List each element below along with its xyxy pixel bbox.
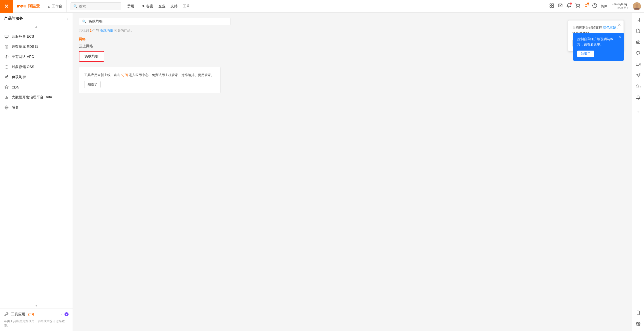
service-icon[interactable] bbox=[549, 3, 554, 9]
svg-point-8 bbox=[576, 7, 577, 8]
dark-highlight[interactable]: 暗色主题 bbox=[603, 26, 616, 29]
sidebar-expand-arrow[interactable]: › bbox=[67, 17, 69, 21]
close-button[interactable]: ✕ bbox=[0, 0, 13, 13]
ecs-label: 云服务器 ECS bbox=[12, 34, 34, 39]
svg-point-20 bbox=[635, 4, 638, 7]
sidebar-item-ecs[interactable]: 云服务器 ECS bbox=[0, 32, 73, 42]
svg-rect-47 bbox=[637, 311, 639, 315]
cart-icon[interactable] bbox=[575, 3, 580, 9]
svg-point-17 bbox=[592, 4, 597, 8]
bulb-icon[interactable] bbox=[584, 3, 589, 9]
blue-popup-close[interactable]: ✕ bbox=[618, 35, 621, 39]
toolapp-badge[interactable]: 订阅 bbox=[28, 312, 34, 317]
svg-marker-42 bbox=[639, 63, 640, 65]
vpc-icon bbox=[4, 54, 9, 59]
rs-divider-1 bbox=[635, 105, 641, 105]
cloud-network-title: 云上网络 bbox=[79, 44, 638, 49]
home-icon: ⌂ bbox=[48, 4, 50, 8]
svg-point-9 bbox=[579, 7, 579, 8]
search-box[interactable]: 🔍 bbox=[71, 2, 121, 10]
content-search-input[interactable] bbox=[89, 19, 227, 24]
rds-icon bbox=[4, 44, 9, 49]
cdn-label: CDN bbox=[12, 85, 19, 89]
bigdata-icon bbox=[4, 95, 9, 100]
result-keyword: 负载均衡 bbox=[100, 29, 113, 32]
content-search-icon: 🔍 bbox=[82, 19, 87, 24]
search-input[interactable] bbox=[79, 4, 112, 8]
tool-banner-btn[interactable]: 知道了 bbox=[84, 81, 101, 88]
link-enterprise[interactable]: 企业 bbox=[158, 4, 165, 9]
banner-link[interactable]: 订阅 bbox=[121, 73, 128, 77]
bigdata-label: 大数据开发治理平台 Data... bbox=[12, 95, 55, 100]
content-area: 🔍 共找到 1 个与 负载均衡 相关的产品。 网络 云上网络 负载均衡 工具应用… bbox=[73, 13, 644, 331]
rs-send-icon[interactable] bbox=[633, 70, 643, 80]
result-count: 1 bbox=[90, 29, 92, 32]
rs-toolbox-icon[interactable] bbox=[633, 26, 643, 36]
language-button[interactable]: 简体 bbox=[601, 4, 607, 9]
product-card-label: 负载均衡 bbox=[84, 54, 99, 58]
domain-icon bbox=[4, 105, 9, 110]
network-section: 网络 云上网络 负载均衡 bbox=[79, 37, 638, 62]
rs-cloud-icon[interactable] bbox=[633, 81, 643, 92]
svg-line-29 bbox=[6, 77, 7, 78]
svg-point-27 bbox=[5, 77, 6, 78]
rs-bookmark-icon[interactable] bbox=[633, 15, 643, 25]
main-layout: 产品与服务 › ▲ 云服务器 ECS 云数据库 RDS 版 专有 bbox=[0, 13, 644, 331]
rs-settings-icon[interactable] bbox=[633, 319, 643, 329]
scroll-down-arrow[interactable]: ▼ bbox=[0, 302, 73, 308]
svg-point-10 bbox=[585, 5, 587, 7]
sidebar-item-vpc[interactable]: 专有网络 VPC bbox=[0, 52, 73, 62]
workbench-button[interactable]: ⌂ 工作台 bbox=[44, 0, 67, 13]
banner-text-part2: 进入应用中心，免费试用主机管家、运维编排、费用管家。 bbox=[128, 73, 214, 77]
link-icp[interactable]: ICP 备案 bbox=[139, 4, 153, 9]
close-icon: ✕ bbox=[4, 3, 9, 9]
sidebar-item-slb[interactable]: 负载均衡 bbox=[0, 72, 73, 82]
notification-icon[interactable] bbox=[566, 3, 571, 9]
link-feiyong[interactable]: 费用 bbox=[127, 4, 134, 9]
rs-shield-icon[interactable] bbox=[633, 48, 643, 58]
svg-point-25 bbox=[6, 56, 7, 57]
link-support[interactable]: 支持 bbox=[170, 4, 178, 9]
sidebar-item-bigdata[interactable]: 大数据开发治理平台 Data... bbox=[0, 92, 73, 102]
ecs-icon bbox=[4, 34, 9, 39]
tool-banner-text: 工具应用全新上线，点击 订阅 进入应用中心，免费试用主机管家、运维编排、费用管家… bbox=[84, 72, 215, 78]
result-middle: 个与 bbox=[92, 29, 100, 32]
rs-phone-icon[interactable] bbox=[633, 308, 643, 318]
message-icon[interactable] bbox=[558, 3, 563, 9]
help-icon[interactable] bbox=[592, 3, 597, 9]
toolapp-icon bbox=[4, 312, 9, 317]
rs-camera-icon[interactable] bbox=[633, 59, 643, 69]
rs-plus-icon[interactable]: + bbox=[633, 107, 643, 117]
vpc-label: 专有网络 VPC bbox=[12, 55, 34, 59]
top-navigation: ✕ 阿里云 ⌂ 工作台 🔍 费用 ICP 备案 企业 支持 工单 bbox=[0, 0, 644, 13]
tool-app-row: 工具应用 订阅 ● bbox=[4, 312, 69, 317]
dark-popup-close[interactable]: ✕ bbox=[618, 23, 621, 27]
logo-text: 阿里云 bbox=[28, 4, 40, 9]
svg-rect-21 bbox=[5, 35, 8, 37]
sidebar-item-domain[interactable]: 域名 bbox=[0, 102, 73, 113]
sidebar-title: 产品与服务 bbox=[4, 16, 23, 21]
link-workorder[interactable]: 工单 bbox=[183, 4, 190, 9]
username: u-mwsyls7q... bbox=[611, 3, 629, 6]
avatar[interactable] bbox=[633, 2, 641, 10]
svg-rect-43 bbox=[636, 63, 639, 66]
scroll-up-arrow[interactable]: ▲ bbox=[0, 24, 73, 30]
rs-robot-icon[interactable] bbox=[633, 37, 643, 47]
user-info[interactable]: u-mwsyls7q... RAM 用户 bbox=[611, 3, 629, 10]
cdn-icon bbox=[4, 85, 9, 90]
rs-bell-icon[interactable] bbox=[633, 93, 643, 103]
logo: 阿里云 bbox=[13, 4, 44, 9]
sidebar-item-cdn[interactable]: CDN bbox=[0, 82, 73, 92]
product-card-slb[interactable]: 负载均衡 bbox=[79, 51, 104, 62]
blue-popup-btn[interactable]: 知道了 bbox=[577, 51, 594, 57]
sidebar-item-rds[interactable]: 云数据库 RDS 版 bbox=[0, 42, 73, 52]
banner-text-part1: 工具应用全新上线，点击 bbox=[84, 73, 121, 77]
slb-icon bbox=[4, 75, 9, 80]
sidebar-item-oss[interactable]: 对象存储 OSS bbox=[0, 62, 73, 72]
content-search-bar[interactable]: 🔍 bbox=[79, 18, 231, 25]
sidebar-menu: 云服务器 ECS 云数据库 RDS 版 专有网络 VPC 对象存储 OSS bbox=[0, 30, 73, 302]
svg-point-38 bbox=[638, 42, 639, 42]
svg-rect-6 bbox=[552, 6, 553, 8]
dark-text-part1: 当前控制台已经支持 bbox=[572, 26, 603, 29]
section-title-network: 网络 bbox=[79, 37, 638, 41]
